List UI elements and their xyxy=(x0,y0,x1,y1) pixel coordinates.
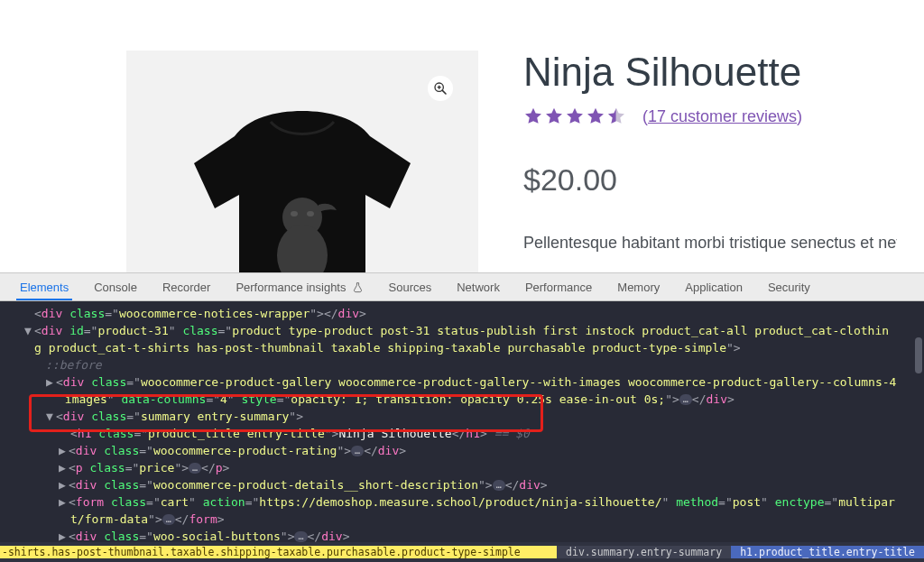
tab-performance-insights[interactable]: Performance insights xyxy=(223,273,375,300)
product-title: Ninja Silhouette xyxy=(523,51,897,94)
breadcrumb[interactable]: -shirts.has-post-thumbnail.taxable.shipp… xyxy=(0,542,924,562)
svg-point-6 xyxy=(291,211,298,217)
product-page: Ninja Silhouette (17 customer reviews) $… xyxy=(0,0,924,272)
dom-node: g product_cat-t-shirts has-post-thumbnai… xyxy=(7,339,924,356)
dom-node[interactable]: ▶<div class="woocommerce-product-gallery… xyxy=(7,373,924,391)
dom-node[interactable]: ▶<div class="woocommerce-product-details… xyxy=(7,476,924,493)
tab-memory[interactable]: Memory xyxy=(605,273,672,300)
star-rating xyxy=(523,106,626,126)
dom-node[interactable]: <div class="woocommerce-notices-wrapper"… xyxy=(7,305,924,322)
dom-node[interactable]: ▶<p class="price">…</p> xyxy=(7,459,924,476)
dom-node[interactable]: ▶<form class="cart" action="https://demo… xyxy=(7,493,924,511)
reviews-text: 17 customer reviews xyxy=(648,107,797,125)
tab-recorder[interactable]: Recorder xyxy=(150,273,223,300)
tab-elements[interactable]: Elements xyxy=(7,273,81,300)
tab-application[interactable]: Application xyxy=(672,273,755,300)
scrollbar[interactable] xyxy=(915,337,922,373)
tab-performance[interactable]: Performance xyxy=(513,273,605,300)
star-icon xyxy=(565,106,585,126)
tab-console[interactable]: Console xyxy=(81,273,150,300)
short-description: Pellentesque habitant morbi tristique se… xyxy=(523,234,897,253)
zoom-button[interactable] xyxy=(428,76,453,101)
product-gallery xyxy=(126,51,478,272)
elements-tree[interactable]: <div class="woocommerce-notices-wrapper"… xyxy=(0,301,924,542)
tab-label: Performance insights xyxy=(236,281,346,294)
crumb-ancestor[interactable]: -shirts.has-post-thumbnail.taxable.shipp… xyxy=(0,546,557,558)
dom-node-summary[interactable]: ▼<div class="summary entry-summary"> xyxy=(7,408,924,425)
devtools-tabs: Elements Console Recorder Performance in… xyxy=(0,272,924,301)
dom-node: t/form-data">…</form> xyxy=(7,511,924,528)
rating-row: (17 customer reviews) xyxy=(523,106,897,126)
tab-network[interactable]: Network xyxy=(444,273,513,300)
product-summary: Ninja Silhouette (17 customer reviews) $… xyxy=(478,51,897,272)
dom-node[interactable]: ▶<div class="woo-social-buttons">…</div> xyxy=(7,528,924,542)
tab-sources[interactable]: Sources xyxy=(376,273,445,300)
crumb-parent[interactable]: div.summary.entry-summary xyxy=(557,546,731,558)
dom-node-h1[interactable]: <h1 class="product_title entry-title">Ni… xyxy=(7,425,924,442)
star-icon xyxy=(586,106,605,126)
devtools-panel: Elements Console Recorder Performance in… xyxy=(0,272,924,562)
dom-node: images" data-columns="4" style="opacity:… xyxy=(7,391,924,408)
product-image xyxy=(180,109,424,273)
magnify-plus-icon xyxy=(433,81,448,96)
product-price: $20.00 xyxy=(523,162,897,198)
star-icon xyxy=(544,106,564,126)
flask-icon xyxy=(352,281,364,293)
dom-pseudo[interactable]: ::before xyxy=(7,356,924,373)
svg-point-7 xyxy=(307,211,314,217)
dom-node[interactable]: ▼<div id="product-31" class="product typ… xyxy=(7,322,924,339)
reviews-link[interactable]: (17 customer reviews) xyxy=(642,107,802,126)
star-icon xyxy=(523,106,543,126)
dom-node[interactable]: ▶<div class="woocommerce-product-rating"… xyxy=(7,442,924,459)
star-icon xyxy=(606,106,626,126)
tab-security[interactable]: Security xyxy=(755,273,823,300)
crumb-selected[interactable]: h1.product_title.entry-title xyxy=(731,546,924,558)
svg-line-1 xyxy=(442,90,446,94)
